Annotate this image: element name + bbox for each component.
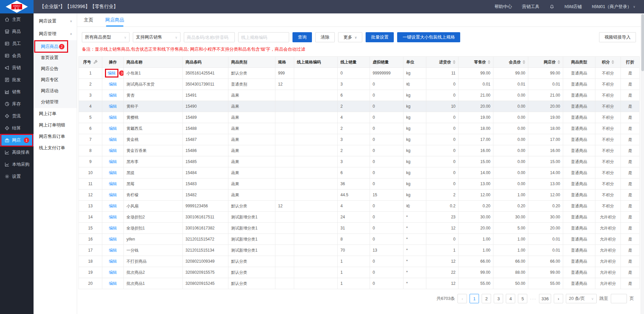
submenu-item-online-orders[interactable]: 网上订单 bbox=[34, 108, 77, 119]
page-button-336[interactable]: 336 bbox=[539, 294, 551, 303]
vertical-scrollbar[interactable] bbox=[641, 13, 644, 314]
col-header-retail_price[interactable]: 零售价 bbox=[459, 57, 493, 68]
edit-link[interactable]: 编辑 bbox=[109, 181, 117, 186]
sort-toggle[interactable] bbox=[488, 60, 490, 64]
submenu-item-after-sale-orders[interactable]: 网店售后订单 bbox=[34, 131, 77, 142]
edit-link[interactable]: 编辑 bbox=[109, 104, 117, 109]
cell-discount: 是 bbox=[621, 234, 640, 245]
page-button-4[interactable]: 4 bbox=[506, 294, 515, 303]
edit-link[interactable]: 编辑 bbox=[109, 281, 117, 286]
barcode-name-input[interactable] bbox=[184, 32, 235, 42]
app-logo[interactable]: AIBAO 爱 宝 bbox=[0, 0, 34, 13]
sidebar-item-staff[interactable]: 员工 bbox=[0, 38, 34, 50]
help-center-link[interactable]: 帮助中心 bbox=[494, 4, 512, 10]
edit-link[interactable]: 编辑 bbox=[109, 148, 117, 153]
one-key-pack-spec-button[interactable]: 一键设置大小包装线上规格 bbox=[397, 32, 460, 42]
scrollbar-thumb[interactable] bbox=[641, 14, 644, 71]
sidebar-item-settlement[interactable]: 结算 bbox=[0, 122, 34, 134]
sidebar-item-wholesale[interactable]: 批发 bbox=[0, 74, 34, 86]
sidebar-item-sales[interactable]: 销售 bbox=[0, 86, 34, 98]
cell-name: 黄金桃 bbox=[124, 134, 183, 145]
edit-link[interactable]: 编辑 bbox=[109, 82, 117, 87]
sort-toggle[interactable] bbox=[523, 60, 525, 64]
cell-online_sales: 3 bbox=[338, 156, 370, 167]
table-row: 5编辑黄樱桃15489蔬果40kg019.000.0019.00普通商品不积分是 bbox=[79, 112, 640, 123]
col-header-member_price[interactable]: 会员价 bbox=[493, 57, 528, 68]
tab-home[interactable]: 主页 bbox=[84, 13, 93, 27]
account-menu[interactable]: h5fd01（商户登录） ∨ bbox=[592, 4, 635, 10]
submenu-group-shop-settings[interactable]: 网店设置∨ bbox=[34, 15, 77, 28]
search-button[interactable]: 查询 bbox=[292, 32, 312, 42]
sidebar-item-member[interactable]: 会员 bbox=[0, 50, 34, 62]
cell-product_type: 普通商品 bbox=[563, 201, 595, 212]
edit-link[interactable]: 编辑 bbox=[109, 270, 117, 275]
product-type-select[interactable]: 所有商品类型 ∨ bbox=[82, 32, 129, 42]
notifications-bell-icon[interactable] bbox=[549, 4, 554, 9]
page-size-select[interactable]: 20 条/页 ∨ bbox=[566, 294, 597, 303]
submenu-item-shop-activity[interactable]: 网店活动 bbox=[34, 85, 77, 96]
prev-page-button[interactable]: ‹ bbox=[458, 294, 467, 303]
batch-settings-button[interactable]: 批量设置 bbox=[366, 32, 394, 42]
sidebar-item-home[interactable]: 主页 bbox=[0, 13, 34, 25]
sidebar-item-local-purchase[interactable]: 本地采购 bbox=[0, 158, 34, 170]
edit-link[interactable]: 编辑 bbox=[109, 137, 117, 142]
sidebar-item-marketing[interactable]: 营销 bbox=[0, 62, 34, 74]
submenu-item-online-payment-orders[interactable]: 线上支付订单 bbox=[34, 142, 77, 154]
sort-toggle[interactable] bbox=[453, 60, 455, 64]
submenu-item-shop-zone[interactable]: 网店专区 bbox=[34, 74, 77, 85]
cell-online_sales: 8 bbox=[338, 234, 370, 245]
edit-link[interactable]: 编辑 bbox=[109, 204, 117, 208]
edit-link[interactable]: 编辑 bbox=[109, 237, 117, 242]
sidebar-item-settings[interactable]: 设置 bbox=[0, 170, 34, 182]
main-content: 主页 网店商品 所有商品类型 ∨ 支持网店销售 ∨ 查询 清除 更多 ∨ 批量设… bbox=[77, 13, 641, 314]
column-settings-icon[interactable] bbox=[93, 60, 98, 64]
submenu-item-shop-notice[interactable]: 网店公告 bbox=[34, 63, 77, 74]
edit-link[interactable]: 编辑 bbox=[109, 215, 117, 219]
submenu-item-shop-products[interactable]: 网店商品2 bbox=[34, 41, 77, 52]
cell-member_price: 0.01 bbox=[493, 79, 528, 90]
edit-link[interactable]: 编辑 bbox=[109, 259, 117, 264]
sidebar-item-inventory[interactable]: 库存 bbox=[0, 98, 34, 110]
cell-retail_price: 1.00 bbox=[459, 245, 493, 256]
table-row: 10编辑黑提15484蔬果60kg014.000.0014.00普通商品不积分是 bbox=[79, 167, 640, 178]
sidebar-item-logistics[interactable]: 货流 bbox=[0, 110, 34, 122]
col-header-online_price[interactable]: 网店价 bbox=[528, 57, 563, 68]
jump-page-input[interactable] bbox=[611, 294, 627, 303]
submenu-item-online-order-details[interactable]: 网上订单明细 bbox=[34, 119, 77, 131]
edit-link[interactable]: 编辑 bbox=[109, 248, 117, 253]
more-button[interactable]: 更多 ∨ bbox=[338, 32, 362, 42]
tab-shop-products[interactable]: 网店商品 bbox=[105, 13, 124, 27]
online-spec-code-input[interactable] bbox=[238, 32, 289, 42]
edit-link[interactable]: 编辑 bbox=[109, 159, 117, 164]
sidebar-item-advanced-reports[interactable]: 高级报表 bbox=[0, 146, 34, 158]
sale-status-select[interactable]: 支持网店销售 ∨ bbox=[133, 32, 180, 42]
edit-link[interactable]: 编辑 bbox=[109, 115, 117, 120]
marketing-tools-link[interactable]: 营销工具 bbox=[522, 4, 539, 10]
page-button-1[interactable]: 1 bbox=[470, 294, 479, 303]
edit-link[interactable]: 编辑 bbox=[109, 126, 117, 131]
col-header-purchase_price[interactable]: 进货价 bbox=[426, 57, 459, 68]
next-page-button[interactable]: › bbox=[554, 294, 563, 303]
edit-link[interactable]: 编辑 bbox=[109, 226, 117, 230]
submenu-group-shop-management[interactable]: 网店管理∧ bbox=[34, 28, 77, 40]
sort-toggle[interactable] bbox=[611, 60, 614, 64]
submenu-item-distribution[interactable]: 分销管理 bbox=[34, 96, 77, 107]
submenu-item-homepage-settings[interactable]: 首页设置 bbox=[34, 52, 77, 63]
edit-link[interactable]: 编辑 bbox=[108, 71, 116, 75]
video-link-import-button[interactable]: 视频链接导入 bbox=[599, 32, 636, 42]
store-name[interactable]: h5fd店铺 bbox=[565, 4, 582, 10]
cell-online_price: 16.00 bbox=[528, 145, 563, 156]
sort-toggle[interactable] bbox=[557, 60, 560, 64]
col-header-index[interactable]: 序号 bbox=[79, 57, 102, 68]
sidebar-item-online-shop[interactable]: 网店1 bbox=[0, 134, 34, 146]
page-button-3[interactable]: 3 bbox=[494, 294, 503, 303]
page-button-5[interactable]: 5 bbox=[518, 294, 527, 303]
edit-link[interactable]: 编辑 bbox=[109, 93, 117, 98]
home-icon bbox=[4, 17, 10, 22]
sidebar-item-goods[interactable]: 商品 bbox=[0, 25, 34, 38]
col-header-points[interactable]: 积分 bbox=[595, 57, 621, 68]
page-button-2[interactable]: 2 bbox=[482, 294, 491, 303]
edit-link[interactable]: 编辑 bbox=[109, 193, 117, 197]
clear-button[interactable]: 清除 bbox=[315, 32, 335, 42]
edit-link[interactable]: 编辑 bbox=[109, 170, 117, 175]
